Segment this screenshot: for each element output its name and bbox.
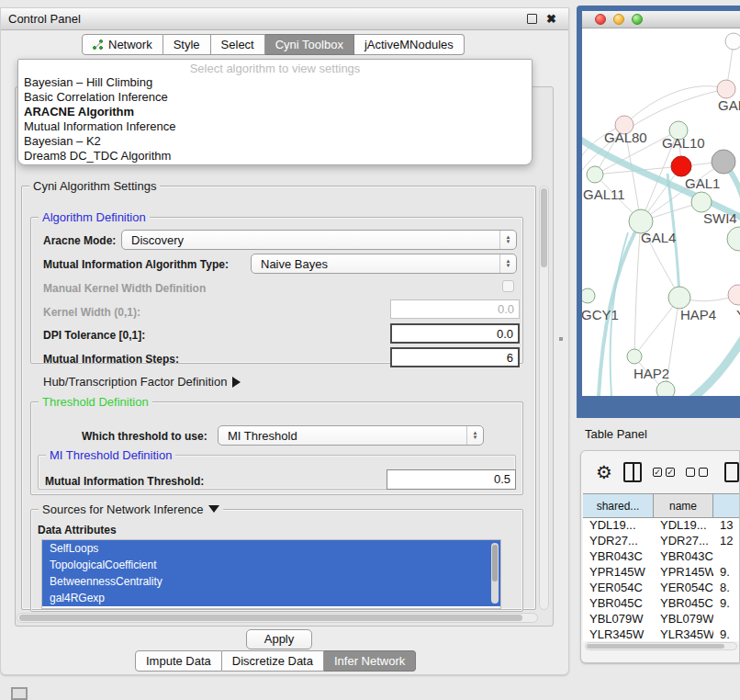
float-window-icon[interactable] — [527, 14, 537, 24]
tab-label: Select — [221, 35, 254, 54]
tab-jactivemnodules[interactable]: jActiveMNodules — [354, 34, 465, 55]
network-canvas[interactable]: GAL7GAL80GAL10GAL11GAL1SWI4GAL4GCY1HAP4Y… — [582, 28, 740, 396]
algorithm-dropdown-popup: Select algorithm to view settings Bayesi… — [17, 59, 533, 165]
tab-select[interactable]: Select — [211, 34, 265, 55]
table-horizontal-scrollbar[interactable] — [585, 642, 737, 650]
data-attributes-label: Data Attributes — [38, 524, 117, 536]
mi-type-select[interactable]: Naive Bayes ▲▼ — [251, 254, 517, 274]
deselect-all-icon[interactable] — [686, 468, 708, 477]
algorithm-option[interactable]: Dream8 DC_TDC Algorithm — [18, 149, 532, 164]
data-attributes-list[interactable]: SelfLoopsTopologicalCoefficientBetweenne… — [41, 539, 501, 609]
dpi-tolerance-field[interactable]: 0.0 — [390, 323, 520, 344]
table-cell: YBR045C — [583, 596, 654, 612]
table-cell: YBL079W — [583, 612, 654, 627]
column-header-partial[interactable] — [713, 494, 740, 517]
network-node-hap2[interactable] — [627, 349, 642, 364]
sources-toggle[interactable]: Sources for Network Inference — [39, 502, 223, 516]
settings-vertical-scrollbar[interactable] — [539, 186, 549, 610]
data-attribute-item[interactable]: gal4RGexp — [42, 590, 500, 606]
kernel-width-field[interactable]: 0.0 — [390, 299, 520, 319]
table-row[interactable]: YLR345WYLR345W9. — [583, 627, 740, 641]
control-panel: Control Panel ✖ Network Style Select Cyn… — [0, 7, 569, 675]
column-header-shared-name[interactable]: shared... — [583, 494, 654, 517]
manual-kernel-checkbox[interactable] — [502, 280, 514, 292]
mi-threshold-field[interactable]: 0.5 — [387, 469, 516, 490]
aracne-mode-select[interactable]: Discovery ▲▼ — [121, 230, 517, 250]
mi-steps-field[interactable]: 6 — [390, 347, 520, 367]
network-node-hap4[interactable] — [668, 287, 690, 309]
tab-style[interactable]: Style — [163, 34, 211, 55]
hub-definition-label: Hub/Transcription Factor Definition — [43, 375, 227, 389]
apply-button[interactable]: Apply — [246, 629, 312, 649]
network-node[interactable] — [712, 150, 735, 174]
gear-icon[interactable]: ⚙ — [596, 463, 612, 481]
column-header-name[interactable]: name — [654, 494, 713, 517]
table-row[interactable]: YBR043CYBR043C — [583, 549, 740, 565]
close-traffic-icon[interactable] — [595, 14, 606, 25]
node-label: GAL80 — [604, 130, 647, 145]
list-scrollbar[interactable] — [491, 543, 499, 604]
table-cell: YLR345W — [654, 627, 713, 641]
control-panel-tabbar: Network Style Select Cyni Toolbox jActiv… — [82, 34, 465, 55]
network-node-gcy1[interactable] — [582, 288, 595, 303]
network-node-gal11[interactable] — [587, 166, 603, 183]
select-all-icon[interactable]: ✓✓ — [653, 468, 675, 477]
table-cell: 13 — [713, 518, 740, 534]
minimize-traffic-icon[interactable] — [613, 14, 624, 25]
algorithm-option[interactable]: Bayesian – Hill Climbing — [18, 75, 532, 90]
network-node-gal7[interactable] — [717, 80, 735, 98]
mi-steps-label: Mutual Information Steps: — [43, 353, 179, 366]
mi-type-value: Naive Bayes — [261, 257, 328, 271]
table-row[interactable]: YBL079WYBL079W — [583, 612, 740, 627]
tab-label: Impute Data — [146, 651, 211, 671]
algorithm-option[interactable]: ARACNE Algorithm — [18, 105, 532, 119]
hub-definition-toggle[interactable]: Hub/Transcription Factor Definition — [43, 375, 241, 389]
node-table: shared... name YDL19...YDL19...13YDR27..… — [583, 493, 740, 641]
table-cell — [713, 549, 740, 565]
settings-horizontal-scrollbar[interactable] — [17, 613, 538, 623]
close-icon[interactable]: ✖ — [545, 13, 557, 25]
table-row[interactable]: YER054CYER054C8. — [583, 581, 740, 596]
table-row[interactable]: YPR145WYPR145W9. — [583, 565, 740, 581]
algorithm-option[interactable]: Bayesian – K2 — [18, 134, 532, 149]
export-table-icon[interactable] — [724, 462, 739, 482]
node-label: HAP2 — [633, 366, 669, 381]
table-cell: YDR27... — [654, 534, 713, 549]
dropdown-placeholder: Select algorithm to view settings — [18, 60, 532, 75]
split-columns-icon[interactable] — [623, 462, 642, 482]
table-row[interactable]: YBR045CYBR045C9. — [583, 596, 740, 612]
panel-splitter-handle[interactable] — [559, 337, 563, 341]
algorithm-option[interactable]: Mutual Information Inference — [18, 119, 532, 134]
table-body[interactable]: YDL19...YDL19...13YDR27...YDR27...12YBR0… — [583, 518, 740, 641]
minimized-window-icon[interactable] — [11, 687, 28, 700]
tab-label: Style — [174, 35, 200, 54]
zoom-traffic-icon[interactable] — [632, 14, 643, 25]
network-node-gal1[interactable] — [691, 192, 712, 212]
tab-impute-data[interactable]: Impute Data — [135, 650, 222, 672]
network-node[interactable] — [671, 156, 691, 176]
manual-kernel-label: Manual Kernel Width Definition — [43, 282, 206, 295]
network-node-swi4[interactable] — [727, 227, 740, 251]
tab-cyni-toolbox[interactable]: Cyni Toolbox — [265, 34, 354, 55]
tab-infer-network[interactable]: Infer Network — [324, 650, 416, 672]
network-node[interactable] — [725, 33, 740, 50]
mi-threshold-label: Mutual Information Threshold: — [45, 475, 204, 488]
table-row[interactable]: YDL19...YDL19...13 — [583, 518, 740, 534]
table-row[interactable]: YDR27...YDR27...12 — [583, 534, 740, 549]
tab-network[interactable]: Network — [82, 34, 163, 55]
which-threshold-select[interactable]: MI Threshold ▲▼ — [218, 425, 484, 446]
data-attribute-item[interactable]: SelfLoops — [42, 540, 500, 557]
table-cell: 9. — [713, 596, 740, 612]
node-label: SWI4 — [703, 210, 737, 226]
table-cell: YLR345W — [583, 627, 654, 641]
network-node-y[interactable] — [728, 285, 740, 305]
table-cell: YBL079W — [654, 612, 713, 627]
tab-discretize-data[interactable]: Discretize Data — [222, 650, 324, 672]
algorithm-option[interactable]: Basic Correlation Inference — [18, 90, 532, 105]
network-node[interactable] — [656, 381, 675, 396]
network-view-inner: GAL7GAL80GAL10GAL11GAL1SWI4GAL4GCY1HAP4Y… — [582, 11, 740, 396]
tab-label: Cyni Toolbox — [275, 35, 343, 54]
network-window-titlebar[interactable] — [582, 11, 740, 28]
data-attribute-item[interactable]: BetweennessCentrality — [42, 573, 500, 590]
data-attribute-item[interactable]: TopologicalCoefficient — [42, 557, 500, 573]
